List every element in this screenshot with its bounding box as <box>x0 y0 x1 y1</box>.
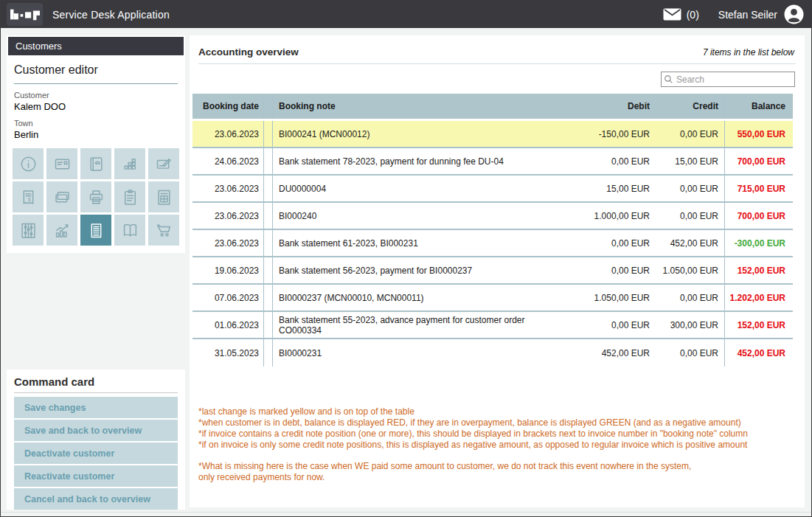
table-row[interactable]: 24.06.2023 Bank statement 78-2023, payme… <box>192 148 793 176</box>
table-row[interactable]: 23.06.2023 BI000240 1.000,00 EUR 0,00 EU… <box>192 203 793 230</box>
grid-button-report-document[interactable] <box>148 181 179 212</box>
debit-cell: 0,00 EUR <box>567 257 656 283</box>
credit-cell: 15,00 EUR <box>656 148 724 174</box>
balance-cell: -300,00 EUR <box>724 230 793 256</box>
grid-button-info[interactable] <box>13 148 44 179</box>
user-avatar-icon <box>784 4 804 24</box>
column-divider <box>263 285 273 310</box>
column-divider <box>263 176 273 201</box>
command-card-title: Command card <box>14 375 178 393</box>
mail-icon <box>52 154 72 174</box>
mail-count: (0) <box>687 9 699 21</box>
balance-cell: 700,00 EUR <box>724 148 793 174</box>
debit-cell: 0,00 EUR <box>567 312 656 338</box>
booking-date-cell: 01.06.2023 <box>192 312 263 338</box>
table-row[interactable]: 19.06.2023 Bank statement 56-2023, payme… <box>192 257 793 285</box>
booking-date-cell: 19.06.2023 <box>192 257 263 283</box>
booking-date-cell: 23.06.2023 <box>192 203 263 229</box>
customer-editor-title: Customer editor <box>14 63 178 84</box>
grid-button-mail[interactable] <box>46 148 77 179</box>
column-divider <box>263 230 273 256</box>
grid-button-open-book[interactable] <box>114 215 145 246</box>
balance-cell: 550,00 EUR <box>724 121 793 147</box>
save-changes-button[interactable]: Save changes <box>14 397 178 418</box>
booking-date-cell: 31.05.2023 <box>192 339 263 367</box>
grid-button-print[interactable] <box>80 181 111 212</box>
balance-cell: 1.202,00 EUR <box>724 285 793 310</box>
logo-icon <box>10 7 40 22</box>
print-icon <box>86 187 106 207</box>
balance-cell: 152,00 EUR <box>724 257 793 283</box>
search-box <box>661 72 795 87</box>
info-icon <box>18 154 38 174</box>
credit-cell: 1.050,00 EUR <box>656 257 724 283</box>
balance-cell: 152,00 EUR <box>724 312 793 338</box>
booking-note-cell: Bank statement 56-2023, payment for BI00… <box>273 257 567 283</box>
svg-text:$: $ <box>27 195 30 202</box>
grid-button-clipboard[interactable] <box>114 181 145 212</box>
customer-field: Customer Kalem DOO <box>14 91 178 112</box>
grid-button-credit-cards[interactable] <box>46 181 77 212</box>
grid-button-column-chart[interactable] <box>114 148 145 179</box>
booking-note-cell: Bank statement 61-2023, BI000231 <box>273 230 567 256</box>
search-input[interactable] <box>661 72 795 87</box>
grid-button-invoice[interactable]: $ <box>13 181 44 212</box>
reactivate-customer-button[interactable]: Reactivate customer <box>14 465 178 487</box>
open-book-icon <box>120 221 140 240</box>
cancel-and-back-button[interactable]: Cancel and back to overview <box>14 488 178 510</box>
column-divider <box>263 203 273 229</box>
column-header-debit[interactable]: Debit <box>567 94 656 119</box>
grid-button-abacus[interactable] <box>13 215 44 246</box>
page-title: Accounting overview <box>198 46 299 58</box>
column-header-credit[interactable]: Credit <box>656 94 724 119</box>
deactivate-customer-button[interactable]: Deactivate customer <box>14 443 178 464</box>
window-bottom-strip <box>1 512 811 513</box>
booking-note-cell: BI000240 <box>273 203 567 229</box>
search-icon <box>664 74 673 84</box>
customer-editor-panel: Customers Customer editor Customer Kalem… <box>7 35 185 253</box>
items-count-info: 7 items in the list below <box>703 47 794 58</box>
balance-cell: 715,00 EUR <box>724 176 793 201</box>
debit-cell: 0,00 EUR <box>567 148 656 174</box>
table-row[interactable]: 31.05.2023 BI0000231 452,00 EUR 0,00 EUR… <box>192 339 793 367</box>
app-title: Service Desk Application <box>52 9 170 21</box>
app-window: Service Desk Application (0) Stefan Seil… <box>0 0 812 517</box>
growth-chart-icon <box>52 221 72 240</box>
invoice-icon: $ <box>18 187 38 207</box>
table-row[interactable]: 23.06.2023 BI000241 (MCN00012) -150,00 E… <box>192 121 793 148</box>
accounting-table: Booking date Booking note Debit Credit B… <box>192 94 793 367</box>
debit-cell: 1.050,00 EUR <box>567 285 656 310</box>
table-row[interactable]: 23.06.2023 DU0000004 15,00 EUR 0,00 EUR … <box>192 176 793 203</box>
footnote-line: *when customer is in debt, balance is di… <box>198 417 794 428</box>
column-header-booking-note[interactable]: Booking note <box>273 94 567 119</box>
table-row[interactable]: 23.06.2023 Bank statement 61-2023, BI000… <box>192 230 793 257</box>
user-menu[interactable]: Stefan Seiler <box>718 4 804 24</box>
column-header-balance[interactable]: Balance <box>724 94 793 119</box>
booking-note-cell: Bank statement 55-2023, advance payment … <box>273 312 567 338</box>
grid-button-notes[interactable] <box>80 215 111 246</box>
grid-button-shopping-cart[interactable] <box>148 215 179 246</box>
debit-cell: 0,00 EUR <box>567 230 656 256</box>
sidebar-section-customers[interactable]: Customers <box>8 37 184 55</box>
credit-cell: 0,00 EUR <box>656 121 724 147</box>
debit-cell: 452,00 EUR <box>567 339 656 367</box>
credit-cell: 452,00 EUR <box>656 230 724 256</box>
mail-button[interactable]: (0) <box>663 8 699 21</box>
grid-button-edit-document[interactable] <box>148 148 179 179</box>
column-header-booking-date[interactable]: Booking date <box>192 94 263 119</box>
balance-cell: 700,00 EUR <box>724 203 793 229</box>
footnote-line: *last change is marked yellow and is on … <box>198 406 794 417</box>
customer-field-label: Customer <box>14 91 178 100</box>
footnote-line: *What is missing here is the case when W… <box>198 461 794 472</box>
table-row[interactable]: 01.06.2023 Bank statement 55-2023, advan… <box>192 312 793 339</box>
booking-date-cell: 23.06.2023 <box>192 230 263 256</box>
booking-date-cell: 23.06.2023 <box>192 121 263 147</box>
notes-icon <box>86 221 106 240</box>
table-row[interactable]: 07.06.2023 BI0000237 (MCN00010, MCN00011… <box>192 285 793 312</box>
grid-button-phone-book[interactable] <box>80 148 111 179</box>
edit-document-icon <box>154 154 174 174</box>
grid-button-growth-chart[interactable] <box>46 215 77 246</box>
save-and-back-button[interactable]: Save and back to overview <box>14 420 178 441</box>
user-name: Stefan Seiler <box>718 9 777 21</box>
town-field-value: Berlin <box>14 129 178 140</box>
